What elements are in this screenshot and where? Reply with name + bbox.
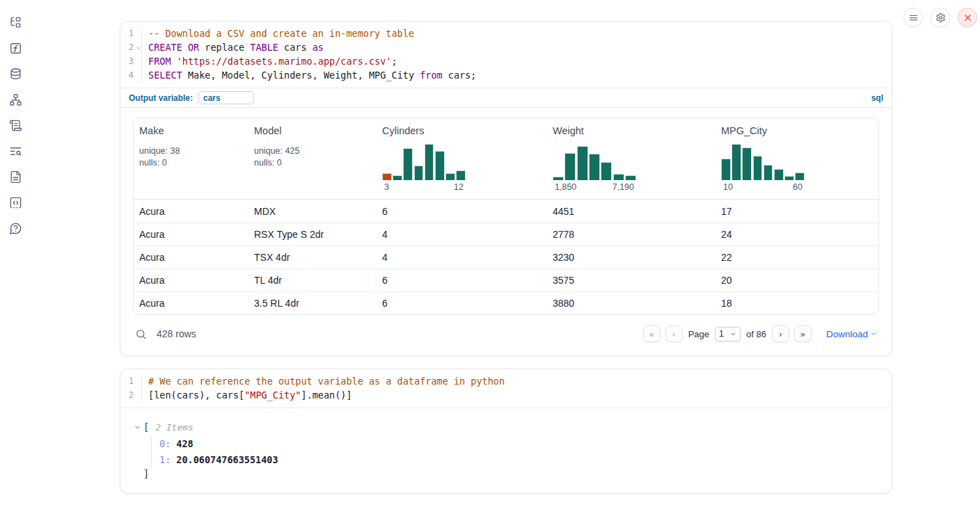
column-header-Cylinders[interactable]: Cylinders312 [377,118,547,199]
histogram-bar[interactable] [601,162,612,180]
first-page-button[interactable]: « [643,325,661,342]
line-number: 2 [120,388,141,402]
histogram-range: 312 [382,182,466,192]
helper-panel-sidebar [0,0,31,507]
table-row[interactable]: AcuraMDX6445117 [134,200,878,223]
line-number-gutter: 12 [120,374,142,402]
histogram-bar[interactable] [625,175,636,180]
histogram-bar[interactable] [753,156,763,180]
histogram-bar[interactable] [435,151,445,180]
page-label: Page [688,329,709,339]
database-icon[interactable] [8,67,22,81]
open-bracket: [ [143,421,149,433]
sql-cell-output: Makeunique: 38nulls: 0Modelunique: 425nu… [120,108,892,355]
histogram-bar[interactable] [721,159,731,180]
close-x-icon[interactable] [958,8,977,27]
column-stats: unique: 425nulls: 0 [254,145,370,168]
histogram-bar[interactable] [425,144,434,180]
histogram-bar[interactable] [742,147,752,180]
code-line: FROM 'https://datasets.marimo.app/cars.c… [148,54,476,68]
table-cell: 6 [377,206,547,217]
histogram-bar[interactable] [564,153,576,180]
output-variable-label: Output variable: [129,93,193,103]
notebook-actions [903,8,977,27]
table-cell: Acura [134,252,248,263]
table-cell: TL 4dr [248,275,377,286]
table-cell: Acura [134,275,248,286]
prev-page-button[interactable]: ‹ [665,325,683,342]
python-cell-output: [ 2 Items 0:4281:20.060747663551403 ] [120,408,892,493]
table-cell: 4 [377,252,547,263]
search-icon[interactable] [135,328,147,340]
scroll-text-icon[interactable] [8,118,22,132]
histogram-Cylinders: 312 [382,144,466,192]
column-header-Weight[interactable]: Weight1,8507,190 [547,118,716,199]
table-row[interactable]: Acura3.5 RL 4dr6388018 [134,291,878,314]
histogram-bar[interactable] [795,172,805,180]
next-page-button[interactable]: › [772,325,789,342]
sql-code-editor[interactable]: 12›34 -- Download a CSV and create an in… [120,22,892,88]
python-cell: 12 # We can reference the output variabl… [120,369,892,494]
histogram-bar[interactable] [382,173,392,180]
python-code-editor[interactable]: 12 # We can reference the output variabl… [120,369,892,408]
table-cell: 18 [716,298,878,309]
line-number: 4 [120,68,141,82]
gear-icon[interactable] [931,8,950,27]
histogram-bar[interactable] [613,174,624,180]
column-label: Cylinders [382,125,540,136]
table-row[interactable]: AcuraTL 4dr6357520 [134,268,878,291]
sql-cell: 12›34 -- Download a CSV and create an in… [120,21,892,356]
histogram-bar[interactable] [414,166,424,180]
fold-toggle-icon[interactable]: › [132,46,146,51]
histogram-bar[interactable] [445,173,455,180]
tree-entry: 1:20.060747663551403 [159,452,880,468]
histogram-bar[interactable] [577,146,588,180]
column-header-Make[interactable]: Makeunique: 38nulls: 0 [134,118,248,199]
language-tag: sql [871,93,883,103]
last-page-button[interactable]: » [794,325,812,342]
page-total-label: of 86 [746,329,766,339]
column-header-MPG_City[interactable]: MPG_City1060 [716,118,878,199]
table-cell: 22 [716,252,878,263]
histogram-bar[interactable] [774,169,784,180]
output-variable-input[interactable] [198,91,254,104]
line-number: 2› [120,40,141,54]
collapse-caret-icon[interactable] [134,424,141,431]
code-lines: -- Download a CSV and create an in-memor… [142,26,476,82]
column-header-Model[interactable]: Modelunique: 425nulls: 0 [248,118,377,199]
download-label: Download [826,329,868,339]
pagination: « ‹ Page 1 of 86 › » Download [643,325,877,342]
tree-entry: 0:428 [159,436,880,452]
histogram-bar[interactable] [732,144,741,180]
file-text-icon[interactable] [8,170,22,184]
network-icon[interactable] [8,92,22,106]
file-tree-icon[interactable] [8,15,22,29]
table-row[interactable]: AcuraRSX Type S 2dr4277824 [134,223,878,246]
text-search-icon[interactable] [8,144,22,158]
function-square-icon[interactable] [8,41,22,55]
histogram-bar[interactable] [784,176,794,180]
histogram-bar[interactable] [589,154,600,180]
histogram-Weight: 1,8507,190 [553,144,636,192]
tree-root-row: [ 2 Items [134,420,880,434]
hamburger-menu-icon[interactable] [903,8,923,27]
table-cell: 3.5 RL 4dr [248,298,377,309]
histogram-bar[interactable] [764,165,773,180]
histogram-bar[interactable] [553,177,564,180]
histogram-bar[interactable] [393,175,402,180]
page-select[interactable]: 1 [715,327,741,341]
histogram-bar[interactable] [403,148,413,180]
table-cell: 20 [716,275,878,286]
page-select-value: 1 [719,329,724,339]
line-number: 1 [120,26,141,40]
histogram-bar[interactable] [456,170,466,180]
table-cell: 2778 [547,229,716,240]
row-count: 428 rows [157,328,196,339]
column-label: MPG_City [721,125,871,136]
snippets-code-icon[interactable] [8,195,22,209]
table-cell: Acura [134,229,248,240]
download-button[interactable]: Download [826,329,877,339]
table-body: AcuraMDX6445117AcuraRSX Type S 2dr427782… [134,200,878,314]
table-row[interactable]: AcuraTSX 4dr4323022 [134,246,878,268]
help-chat-icon[interactable] [8,221,22,235]
